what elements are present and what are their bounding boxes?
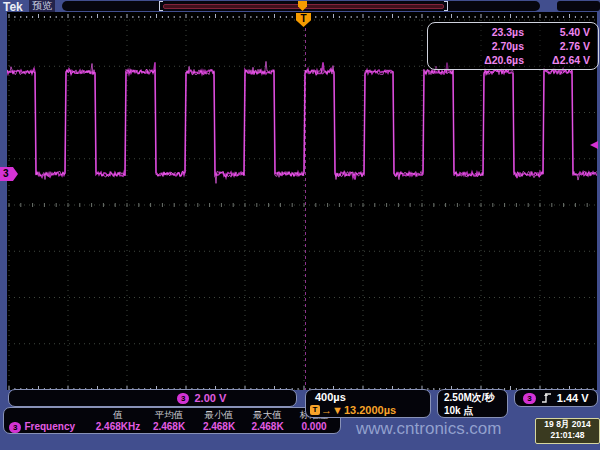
measurement-header-row: 值 平均值 最小值 最大值 标准差	[6, 409, 337, 421]
trigger-level-value: 1.44 V	[557, 392, 589, 404]
cursor-b-time: 2.70µs	[428, 40, 524, 53]
channel-scale-value: 2.00 V	[194, 392, 226, 404]
measurement-header-name	[6, 409, 92, 421]
record-window-bracket-left	[159, 1, 163, 11]
scope-screen: Tek 预览 T 3 23.3µs 5.40 V 2.70µs 2.76 V Δ…	[0, 0, 600, 450]
trigger-delay-arrow-icon: →▼	[321, 404, 343, 416]
trigger-level-arrow-icon	[590, 141, 598, 149]
cursor-readout: 23.3µs 5.40 V 2.70µs 2.76 V Δ20.6µs Δ2.6…	[427, 22, 599, 70]
acquisition-mode-label: 预览	[29, 0, 55, 12]
measurement-channel-badge: 3	[9, 422, 21, 433]
top-right-bar	[557, 1, 600, 11]
cursor-a-time: 23.3µs	[428, 26, 524, 39]
trigger-delay-t-icon: T	[310, 405, 320, 415]
trigger-delay-value: 13.2000µs	[344, 404, 396, 416]
trigger-box: 3 1.44 V	[514, 389, 598, 407]
measurement-mean: 2.468K	[144, 421, 194, 433]
measurement-header-value: 值	[92, 409, 144, 421]
cursor-a-volt: 5.40 V	[524, 26, 590, 39]
cursor-delta-time: Δ20.6µs	[428, 54, 524, 67]
trigger-channel-badge: 3	[523, 393, 535, 404]
channel-badge: 3	[177, 393, 189, 404]
record-length: 10k 点	[444, 404, 507, 417]
timebase-box: 400µs T →▼ 13.2000µs	[305, 389, 431, 418]
date-label: 19 8月 2014	[536, 419, 599, 430]
measurement-table: 值 平均值 最小值 最大值 标准差 3 Frequency 2.468KHz 2…	[3, 407, 341, 434]
datetime-box: 19 8月 2014 21:01:48	[535, 418, 600, 444]
cursor-b-volt: 2.76 V	[524, 40, 590, 53]
rising-edge-icon	[541, 392, 552, 404]
measurement-min: 2.468K	[194, 421, 244, 433]
cursor-delta-volt: Δ2.64 V	[524, 54, 590, 67]
sample-rate-box: 2.50M次/秒 10k 点	[437, 389, 508, 418]
channel-scale-box: 3 2.00 V	[8, 389, 297, 407]
record-trigger-icon	[298, 1, 307, 11]
record-view-bar	[62, 1, 540, 11]
timebase-scale: 400µs	[315, 391, 346, 403]
measurement-value: 2.468KHz	[92, 421, 144, 433]
measurement-header-mean: 平均值	[144, 409, 194, 421]
measurement-row: 3 Frequency 2.468KHz 2.468K 2.468K 2.468…	[6, 421, 337, 433]
measurement-header-min: 最小值	[194, 409, 244, 421]
measurement-header-max: 最大值	[244, 409, 291, 421]
record-window-bracket-right	[444, 1, 448, 11]
measurement-max: 2.468K	[244, 421, 291, 433]
watermark: www.cntronics.com	[356, 419, 501, 439]
trigger-delay-readout: T →▼ 13.2000µs	[310, 404, 396, 416]
measurement-stddev: 0.000	[291, 421, 337, 433]
time-label: 21:01:48	[536, 430, 599, 441]
sample-rate: 2.50M次/秒	[444, 391, 507, 404]
measurement-name: Frequency	[24, 421, 75, 433]
